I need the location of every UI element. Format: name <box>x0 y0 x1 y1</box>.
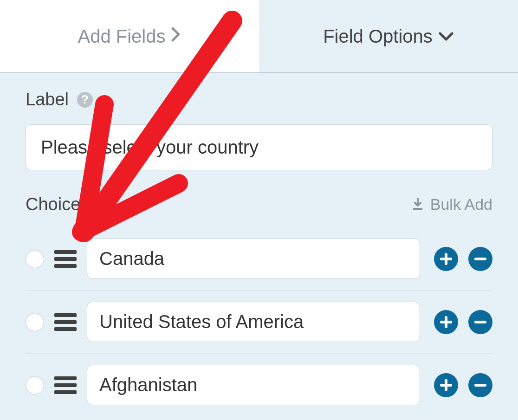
choice-default-radio[interactable] <box>26 250 44 268</box>
choices-heading-text: Choices <box>26 194 89 214</box>
tabs: Add Fields Field Options <box>0 0 518 73</box>
choices-heading: Choices ? <box>26 194 113 214</box>
svg-rect-8 <box>54 383 77 387</box>
label-heading: Label ? <box>26 90 492 110</box>
add-choice-button[interactable] <box>434 247 458 271</box>
minus-icon <box>473 315 487 329</box>
remove-choice-button[interactable] <box>468 247 492 271</box>
remove-choice-button[interactable] <box>468 373 492 397</box>
svg-rect-5 <box>54 320 77 324</box>
choice-input[interactable] <box>87 239 420 279</box>
svg-rect-2 <box>54 257 77 261</box>
svg-rect-1 <box>54 250 77 254</box>
remove-choice-button[interactable] <box>468 310 492 334</box>
chevron-down-icon <box>438 26 454 46</box>
svg-rect-9 <box>54 390 77 394</box>
drag-handle-icon[interactable] <box>54 312 77 332</box>
tab-add-fields-label: Add Fields <box>78 26 166 47</box>
add-choice-button[interactable] <box>434 310 458 334</box>
svg-rect-0 <box>413 208 422 210</box>
label-input[interactable] <box>26 124 492 170</box>
download-icon <box>411 198 425 212</box>
help-icon[interactable]: ? <box>97 197 113 213</box>
drag-handle-icon[interactable] <box>54 375 77 395</box>
choice-default-radio[interactable] <box>26 313 44 331</box>
tab-add-fields[interactable]: Add Fields <box>0 0 259 72</box>
plus-icon <box>439 378 453 392</box>
label-heading-text: Label <box>26 90 69 110</box>
chevron-right-icon <box>171 26 181 46</box>
choice-input[interactable] <box>87 302 420 342</box>
choice-default-radio[interactable] <box>26 376 44 394</box>
tab-field-options[interactable]: Field Options <box>259 0 518 72</box>
svg-rect-3 <box>54 264 77 268</box>
svg-rect-6 <box>54 327 77 331</box>
choice-input[interactable] <box>87 365 420 405</box>
choice-row <box>26 227 492 291</box>
choices-header: Choices ? Bulk Add <box>26 194 492 214</box>
svg-rect-7 <box>54 376 77 380</box>
choice-row <box>26 354 492 416</box>
add-choice-button[interactable] <box>434 373 458 397</box>
bulk-add-button[interactable]: Bulk Add <box>411 195 492 213</box>
bulk-add-label: Bulk Add <box>430 195 492 213</box>
choice-row <box>26 291 492 354</box>
minus-icon <box>473 252 487 266</box>
choices-list <box>26 227 492 416</box>
tab-field-options-label: Field Options <box>323 26 433 47</box>
svg-rect-4 <box>54 313 77 317</box>
plus-icon <box>439 252 453 266</box>
drag-handle-icon[interactable] <box>54 249 77 269</box>
minus-icon <box>473 378 487 392</box>
help-icon[interactable]: ? <box>77 92 93 108</box>
field-options-panel: Label ? Choices ? Bulk Add <box>0 73 518 416</box>
plus-icon <box>439 315 453 329</box>
